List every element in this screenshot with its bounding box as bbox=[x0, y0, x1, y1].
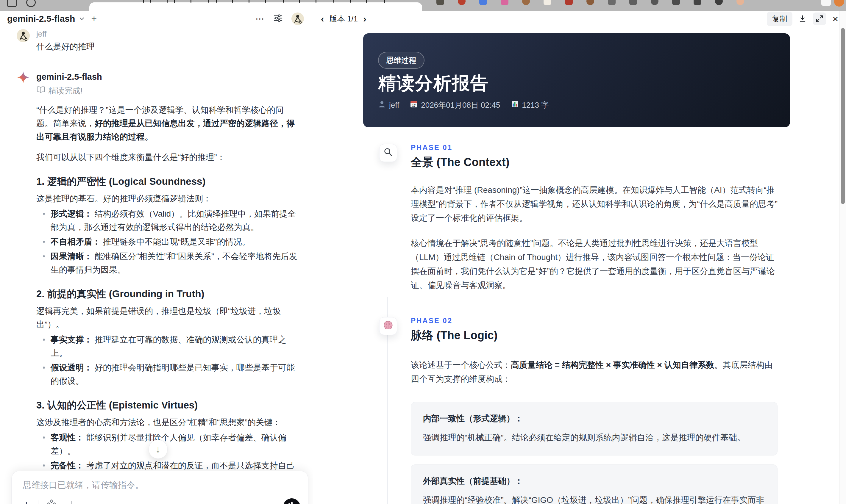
phase-icon-card bbox=[379, 144, 397, 162]
bullet-dot bbox=[43, 464, 45, 467]
section-description: 这是推理的基石。好的推理必须遵循逻辑法则： bbox=[36, 192, 298, 205]
extension-icon[interactable] bbox=[693, 0, 701, 5]
message-composer[interactable]: 思维接口已就绪，请传输指令。 + bbox=[11, 471, 309, 504]
tab-text-fragment bbox=[143, 0, 144, 3]
attach-button[interactable]: + bbox=[23, 500, 30, 504]
extension-icon[interactable] bbox=[458, 0, 465, 5]
user-avatar[interactable] bbox=[292, 13, 304, 25]
bullet-label: 客观性： bbox=[51, 433, 86, 442]
close-icon[interactable]: × bbox=[832, 14, 838, 23]
tab-text-fragment bbox=[191, 0, 191, 3]
user-message: jeff 什么是好的推理 bbox=[17, 29, 298, 52]
bullet-dot bbox=[43, 255, 45, 257]
extension-icon[interactable] bbox=[479, 0, 487, 5]
scroll-to-bottom-button[interactable]: ↓ bbox=[148, 440, 168, 459]
browser-toolbar bbox=[0, 0, 846, 11]
tab-text-fragment bbox=[316, 0, 316, 3]
report-hero-card: 思维过程 精读分析报告 jeff 17 2026年01月08日 02:45 12… bbox=[363, 33, 790, 127]
tab-text-fragment bbox=[216, 0, 217, 3]
download-icon[interactable] bbox=[798, 15, 807, 23]
dimension-card: 外部真实性（前提基础）：强调推理的“经验校准”。解决“GIGO（垃圾进，垃圾出）… bbox=[411, 464, 777, 504]
user-avatar bbox=[17, 29, 30, 42]
chevron-down-icon[interactable] bbox=[78, 16, 85, 22]
report-author: jeff bbox=[378, 100, 399, 110]
extension-icon[interactable] bbox=[544, 0, 551, 5]
bullet-dot bbox=[43, 213, 45, 215]
phase-title: 全景 (The Context) bbox=[411, 155, 777, 170]
tab-text-fragment bbox=[299, 0, 300, 3]
report-wordcount: 1213 字 bbox=[511, 100, 549, 110]
person-icon bbox=[378, 100, 386, 110]
version-label: 版本 1/1 bbox=[330, 14, 358, 24]
phase-timeline: PHASE 01全景 (The Context)本内容是对“推理 (Reason… bbox=[313, 143, 846, 504]
section-heading: 3. 认知的公正性 (Epistemic Virtues) bbox=[36, 399, 298, 412]
profile-icon[interactable] bbox=[737, 0, 744, 5]
tab-text-fragment bbox=[249, 0, 249, 3]
extension-icon[interactable] bbox=[522, 0, 530, 5]
chat-sections: 1. 逻辑的严密性 (Logical Soundness)这是推理的基石。好的推… bbox=[36, 175, 298, 504]
copy-button[interactable]: 复制 bbox=[767, 12, 792, 26]
bullet-dot bbox=[43, 241, 45, 243]
user-name: jeff bbox=[36, 29, 298, 39]
more-options-button[interactable]: ⋯ bbox=[255, 16, 265, 22]
window-control-icon[interactable] bbox=[26, 0, 36, 7]
fullscreen-icon[interactable] bbox=[813, 13, 826, 25]
intro-plain: 该论述基于一个核心公式： bbox=[411, 360, 511, 370]
extension-icon[interactable] bbox=[608, 0, 616, 5]
voice-input-button[interactable] bbox=[283, 498, 300, 504]
extension-icon[interactable] bbox=[672, 0, 680, 5]
extension-icon[interactable] bbox=[436, 0, 444, 5]
bookmark-icon[interactable] bbox=[65, 500, 73, 504]
report-title: 精读分析报告 bbox=[378, 71, 489, 95]
scrollbar-track[interactable] bbox=[839, 11, 846, 504]
bullet-label: 因果清晰： bbox=[51, 252, 95, 261]
next-version-button[interactable]: › bbox=[363, 14, 367, 23]
extension-icon[interactable] bbox=[651, 0, 658, 5]
section-description: 这涉及推理者的心态和方法论，也是区分“杠精”和“思想家”的关键： bbox=[36, 416, 298, 429]
extension-icon[interactable] bbox=[715, 0, 723, 5]
dimension-card-title: 外部真实性（前提基础）： bbox=[423, 475, 765, 487]
bullet-list: 事实支撑： 推理建立在可靠的数据、准确的观测或公认的真理之上。假设透明： 好的推… bbox=[36, 333, 298, 388]
bar-chart-icon bbox=[511, 100, 518, 110]
phase-list: PHASE 01全景 (The Context)本内容是对“推理 (Reason… bbox=[313, 143, 846, 504]
extension-icon[interactable] bbox=[629, 0, 637, 5]
assistant-status-text: 精读完成! bbox=[48, 85, 83, 96]
assistant-message: gemini-2.5-flash 精读完成! “什么是好的推理？”这是一个涉及逻… bbox=[17, 71, 298, 504]
bullet-list: 形式逻辑： 结构必须有效（Valid）。比如演绎推理中，如果前提全部为真，那么通… bbox=[36, 207, 298, 276]
tab-text-fragment bbox=[350, 0, 351, 3]
model-selector[interactable]: gemini-2.5-flash bbox=[7, 14, 75, 24]
tab-text-fragment bbox=[174, 0, 175, 3]
chat-panel: gemini-2.5-flash + ⋯ bbox=[0, 11, 313, 504]
bullet-item: 假设透明： 好的推理会明确指明哪些是已知事实，哪些是基于可能的假设。 bbox=[42, 361, 298, 388]
report-meta: jeff 17 2026年01月08日 02:45 1213 字 bbox=[378, 100, 549, 110]
artifact-panel: ‹ 版本 1/1 › 复制 × 思维过程 精读分析报告 bbox=[313, 11, 846, 504]
bullet-item: 客观性： 能够识别并尽量排除个人偏见（如幸存者偏差、确认偏差）。 bbox=[42, 431, 298, 457]
arrow-down-icon: ↓ bbox=[156, 444, 160, 455]
skills-icon[interactable] bbox=[47, 500, 56, 504]
phase-intro: 该论述基于一个核心公式：高质量结论 = 结构完整性 × 事实准确性 × 认知自律… bbox=[411, 358, 777, 386]
model-settings-icon[interactable] bbox=[273, 13, 283, 24]
assistant-lead: 我们可以从以下四个维度来衡量什么是“好的推理”： bbox=[36, 150, 298, 164]
report-date: 17 2026年01月08日 02:45 bbox=[410, 100, 500, 110]
extension-icon[interactable] bbox=[586, 0, 594, 5]
tab-text-fragment bbox=[384, 0, 385, 3]
bullet-label: 假设透明： bbox=[51, 363, 95, 372]
assistant-intro: “什么是好的推理？”这是一个涉及逻辑学、认知科学和哲学核心的问题。简单来说，好的… bbox=[36, 103, 298, 143]
tab-text-fragment bbox=[167, 0, 168, 3]
extension-icon[interactable] bbox=[501, 0, 508, 5]
new-chat-button[interactable]: + bbox=[91, 14, 97, 23]
browser-tab[interactable] bbox=[89, 2, 422, 11]
window-control-icon[interactable] bbox=[7, 0, 17, 7]
phase-section: PHASE 01全景 (The Context)本内容是对“推理 (Reason… bbox=[411, 143, 777, 292]
assistant-markdown: “什么是好的推理？”这是一个涉及逻辑学、认知科学和哲学核心的问题。简单来说，好的… bbox=[36, 103, 298, 504]
browser-menu-icon[interactable] bbox=[834, 0, 844, 6]
brain-icon bbox=[383, 320, 393, 332]
scrollbar-thumb[interactable] bbox=[841, 28, 845, 204]
tab-text-fragment bbox=[208, 0, 209, 3]
bullet-label: 完备性： bbox=[51, 461, 86, 470]
assistant-name: gemini-2.5-flash bbox=[36, 71, 298, 83]
extension-icon[interactable] bbox=[565, 0, 573, 5]
phase-paragraph: 本内容是对“推理 (Reasoning)”这一抽象概念的高层建模。在知识爆炸与人… bbox=[411, 183, 777, 225]
tab-text-fragment bbox=[150, 0, 151, 3]
previous-version-button[interactable]: ‹ bbox=[321, 14, 324, 23]
